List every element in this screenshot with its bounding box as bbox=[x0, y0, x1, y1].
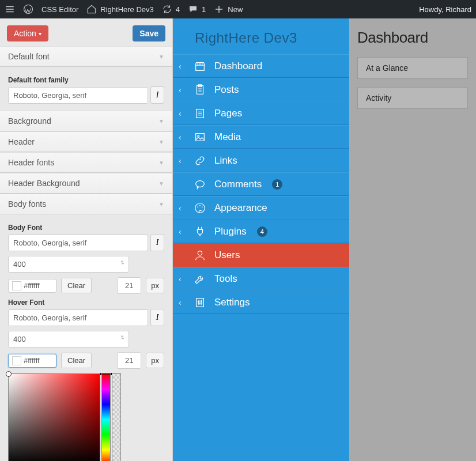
chevron-left-icon: ‹ bbox=[179, 156, 186, 165]
color-handle[interactable] bbox=[6, 371, 12, 377]
action-button[interactable]: Action bbox=[7, 25, 48, 41]
section-background[interactable]: Background▼ bbox=[0, 111, 172, 131]
body-color-input[interactable] bbox=[8, 279, 56, 293]
chevron-down-icon: ▼ bbox=[158, 160, 164, 166]
default-font-family-label: Default font family bbox=[8, 76, 164, 84]
admin-bar: CSS Editor RightHere Dev3 4 1 New Howdy,… bbox=[0, 0, 476, 18]
color-swatch bbox=[12, 281, 21, 290]
italic-toggle[interactable]: I bbox=[150, 234, 164, 251]
section-header[interactable]: Header▼ bbox=[0, 131, 172, 152]
body-font-label: Body Font bbox=[8, 224, 164, 232]
color-swatch bbox=[12, 356, 21, 365]
wordpress-icon bbox=[23, 4, 33, 14]
chevron-left-icon: ‹ bbox=[179, 203, 186, 213]
italic-toggle[interactable]: I bbox=[150, 86, 164, 104]
hover-font-family-input[interactable] bbox=[8, 309, 148, 326]
dashboard-panel: Dashboard At a GlanceActivity bbox=[349, 18, 476, 461]
howdy-user[interactable]: Howdy, Richard bbox=[419, 5, 471, 14]
chevron-left-icon: ‹ bbox=[179, 85, 186, 95]
section-header-fonts[interactable]: Header fonts▼ bbox=[0, 152, 172, 173]
user-icon bbox=[194, 249, 206, 262]
color-picker-hue[interactable] bbox=[101, 373, 111, 461]
nav-item-posts[interactable]: ‹Posts bbox=[173, 78, 349, 101]
nav-item-label: Links bbox=[214, 155, 237, 167]
comments-link[interactable]: 1 bbox=[188, 4, 206, 14]
italic-toggle[interactable]: I bbox=[150, 309, 164, 326]
chevron-down-icon: ▼ bbox=[158, 54, 164, 60]
nav-item-links[interactable]: ‹Links bbox=[173, 149, 349, 172]
color-picker[interactable] bbox=[8, 373, 121, 461]
hue-handle[interactable] bbox=[100, 373, 112, 375]
page-title: Dashboard bbox=[357, 29, 468, 47]
nav-item-label: Posts bbox=[214, 84, 239, 96]
site-link[interactable]: RightHere Dev3 bbox=[86, 4, 154, 14]
color-picker-alpha[interactable] bbox=[112, 373, 121, 461]
nav-item-label: Tools bbox=[214, 273, 237, 285]
nav-item-pages[interactable]: ‹Pages bbox=[173, 101, 349, 125]
nav-item-comments[interactable]: Comments1 bbox=[173, 172, 349, 196]
svg-point-9 bbox=[197, 206, 198, 207]
nav-site-title: RightHere Dev3 bbox=[173, 18, 349, 54]
default-font-family-input[interactable] bbox=[8, 87, 148, 104]
nav-item-media[interactable]: ‹Media bbox=[173, 125, 349, 149]
svg-point-12 bbox=[198, 251, 202, 255]
nav-item-users[interactable]: Users bbox=[173, 243, 349, 267]
svg-point-6 bbox=[198, 135, 199, 137]
nav-item-label: Pages bbox=[214, 108, 242, 119]
section-default-font[interactable]: Default font▼ bbox=[0, 46, 172, 67]
nav-item-label: Users bbox=[214, 250, 240, 261]
section-body-fonts[interactable]: Body fonts▼ bbox=[0, 194, 172, 214]
updates-link[interactable]: 4 bbox=[162, 4, 180, 14]
body-color-text[interactable] bbox=[24, 281, 52, 290]
hamburger-icon bbox=[5, 4, 15, 14]
nav-item-dashboard[interactable]: ‹Dashboard bbox=[173, 54, 349, 78]
color-picker-saturation[interactable] bbox=[8, 373, 100, 461]
clipboard-icon bbox=[194, 84, 206, 96]
badge: 1 bbox=[272, 179, 282, 190]
chevron-left-icon: ‹ bbox=[179, 274, 186, 284]
dashboard-widget[interactable]: At a Glance bbox=[357, 57, 468, 79]
dashboard-widget[interactable]: Activity bbox=[357, 87, 468, 109]
css-editor-panel: Action Save Default font▼ Default font f… bbox=[0, 18, 173, 461]
clear-button[interactable]: Clear bbox=[61, 278, 92, 293]
nav-item-plugins[interactable]: ‹Plugins4 bbox=[173, 220, 349, 243]
nav-item-tools[interactable]: ‹Tools bbox=[173, 267, 349, 290]
badge: 4 bbox=[257, 226, 267, 237]
refresh-icon bbox=[162, 4, 172, 14]
hover-color-text[interactable] bbox=[24, 356, 52, 365]
plus-icon bbox=[214, 4, 224, 14]
new-link[interactable]: New bbox=[214, 4, 243, 14]
nav-item-label: Comments bbox=[214, 179, 262, 190]
chevron-down-icon: ▼ bbox=[158, 118, 164, 124]
hover-color-input[interactable] bbox=[8, 354, 56, 368]
body-font-weight-select[interactable]: 400 bbox=[8, 256, 129, 273]
clear-button[interactable]: Clear bbox=[61, 353, 92, 368]
svg-point-7 bbox=[196, 180, 205, 187]
palette-icon bbox=[194, 202, 206, 214]
unit-button[interactable]: px bbox=[146, 353, 164, 368]
nav-item-appearance[interactable]: ‹Appearance bbox=[173, 196, 349, 220]
wordpress-logo[interactable] bbox=[23, 4, 33, 14]
comment-icon bbox=[194, 178, 206, 191]
save-button[interactable]: Save bbox=[133, 25, 165, 41]
nav-item-settings[interactable]: ‹Settings bbox=[173, 290, 349, 314]
chevron-left-icon: ‹ bbox=[179, 227, 186, 236]
svg-point-14 bbox=[198, 301, 199, 302]
wrench-icon bbox=[194, 273, 206, 285]
home-icon bbox=[86, 4, 97, 14]
body-font-size-input[interactable] bbox=[117, 277, 141, 294]
plug-icon bbox=[194, 225, 206, 238]
section-header-background[interactable]: Header Background▼ bbox=[0, 173, 172, 194]
nav-item-label: Settings bbox=[214, 297, 250, 308]
hover-font-weight-select[interactable]: 400 bbox=[8, 331, 129, 347]
hover-font-size-input[interactable] bbox=[117, 352, 141, 369]
body-font-family-input[interactable] bbox=[8, 235, 148, 251]
comment-icon bbox=[188, 4, 198, 14]
unit-button[interactable]: px bbox=[146, 278, 164, 293]
nav-item-label: Plugins bbox=[214, 226, 247, 237]
css-editor-link[interactable]: CSS Editor bbox=[41, 5, 78, 14]
admin-menu: RightHere Dev3 ‹Dashboard‹Posts‹Pages‹Me… bbox=[173, 18, 349, 461]
svg-point-16 bbox=[201, 300, 202, 301]
chevron-down-icon: ▼ bbox=[158, 201, 164, 207]
menu-toggle[interactable] bbox=[5, 4, 15, 14]
